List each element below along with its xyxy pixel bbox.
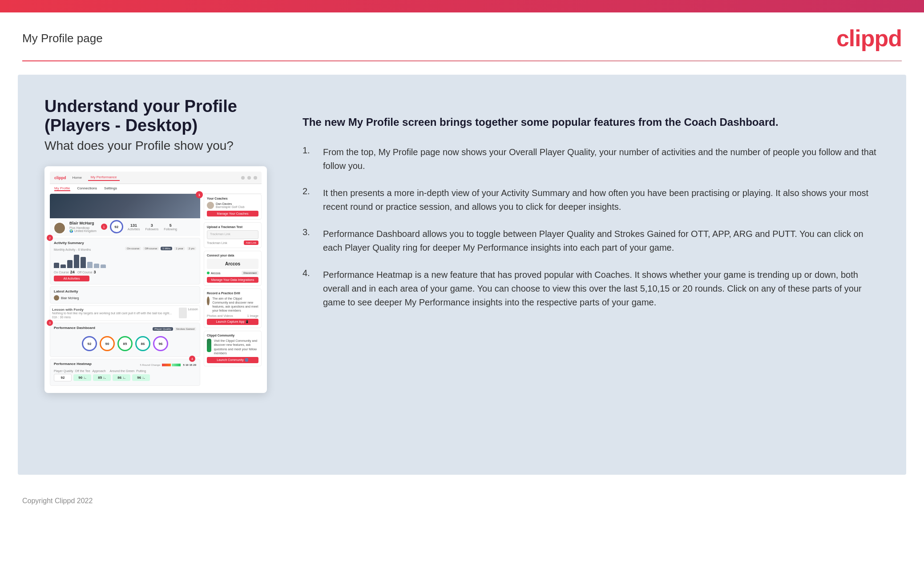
mock-handicap: Plus Handicap (69, 226, 97, 229)
feature-item-2: 2. It then presents a more in-depth view… (303, 186, 880, 214)
mock-lesson-row: Lesson with Fordy Nothing to feel like m… (50, 305, 200, 321)
footer: Copyright Clippd 2022 (0, 488, 924, 514)
mock-connect-title: Connect your data (207, 254, 258, 257)
mock-heatmap-putting: 96 ↓. (132, 374, 150, 381)
mock-search-icon (241, 176, 245, 180)
mock-coach-row: Dan Davies Barnstaple Golf Club (207, 202, 258, 209)
copyright: Copyright Clippd 2022 (22, 497, 93, 505)
feature-item-4: 4. Performance Heatmap is a new feature … (303, 268, 880, 309)
mock-nav-right (241, 176, 257, 180)
header: My Profile page clippd (0, 12, 924, 60)
mock-heatmap-gradient-neg (162, 364, 171, 366)
feature-item-3: 3. Performance Dashboard allows you to t… (303, 227, 880, 255)
mock-left-panel: 1 Blair McHarg Plus Handicap 🌍 United Ki… (50, 194, 200, 388)
mock-practice-avatar (207, 297, 210, 305)
mock-coach-club: Barnstaple Golf Club (216, 205, 245, 208)
mock-all-activities-btn: All Activities (54, 276, 89, 281)
mock-sub-nav: My Profile Connections Settings (50, 184, 262, 194)
mock-heatmap-around-green: 86 ↓. (113, 374, 130, 381)
mock-pill-strokes-gained: Strokes Gained (174, 327, 196, 331)
mock-connected-dot (207, 272, 210, 274)
mock-nav-performance: My Performance (88, 174, 120, 181)
mock-coaches-card: Your Coaches Dan Davies Barnstaple Golf … (204, 194, 262, 220)
mock-bar-3 (67, 260, 73, 268)
top-bar (0, 0, 924, 12)
mock-heatmap-off-tee: 90 ↓. (73, 374, 91, 381)
mock-heatmap-labels: Player Quality Off the Tee Approach Arou… (54, 369, 196, 373)
mock-ring-around-green: 86 (135, 336, 150, 351)
mock-activity-subtitle: Monthly Activity - 6 Months (54, 248, 91, 251)
mock-trackman-add-btn: Add Link (244, 240, 258, 245)
mock-user-icon (254, 176, 257, 180)
marker-3: 3 (47, 320, 53, 326)
mock-community-desc: Visit the Clippd Community and discover … (214, 339, 258, 355)
mock-trackman-link-label: Trackman Link (207, 241, 227, 244)
mock-coaches-title: Your Coaches (207, 197, 258, 200)
mock-latest-activity: Latest Activity Blair McHarg (50, 286, 200, 304)
intro-text: The new My Profile screen brings togethe… (303, 115, 880, 130)
mock-lesson-icon (179, 308, 187, 318)
mock-practice-desc: The aim of the Clippd Community and disc… (212, 297, 258, 313)
mock-manage-coaches-btn: Manage Your Coaches (207, 211, 258, 216)
main-heading: Understand your Profile (Players - Deskt… (44, 97, 276, 135)
mock-chart-controls: On-course Off-course 5 Mths 1 year 2 yrs (125, 247, 196, 250)
mock-bar-4 (74, 255, 79, 268)
mock-pill-player-quality: Player Quality (153, 327, 173, 331)
mock-practice-title: Record a Practice Drill (207, 292, 258, 295)
mock-bar-7 (94, 264, 99, 268)
mock-coach-avatar (207, 202, 214, 209)
mock-settings-icon (247, 176, 251, 180)
mock-coach-name: Dan Davies (216, 202, 245, 205)
mock-location: 🌍 United Kingdom (69, 229, 97, 233)
mock-trackman-card: Upload a Trackman Test Trackman Link Tra… (204, 222, 262, 248)
mock-browser-bar: clippd Home My Performance (50, 172, 262, 184)
mock-manage-integrations-btn: Manage Your Data Integrations (207, 277, 258, 283)
mock-trackman-title: Upload a Trackman Test (207, 225, 258, 228)
mock-community-title: Clippd Community (207, 334, 258, 337)
mock-avatar (53, 222, 66, 234)
mock-coach-info: Dan Davies Barnstaple Golf Club (216, 202, 245, 208)
mock-pill-off-course: Off-course (143, 247, 159, 250)
mock-perf-rings: 92 90 85 86 96 (54, 333, 196, 354)
mock-bar-1 (54, 263, 59, 268)
mock-sub-nav-settings: Settings (104, 186, 117, 191)
mock-ring-off-tee: 90 (100, 336, 115, 351)
mock-ring-putting: 96 (153, 336, 168, 351)
mock-pill-2yr: 2 yrs (187, 247, 196, 250)
feature-number-2: 2. (303, 186, 316, 214)
mock-connect-card: Connect your data Arccos Arccos Disconne… (204, 251, 262, 286)
mock-practice-meta: Photos and Videos 1 Image (207, 314, 258, 317)
mock-lesson-desc: Nothing to feel like my targets are work… (52, 312, 179, 315)
mock-latest-name: Blair McHarg (61, 297, 79, 300)
mock-logo: clippd (54, 176, 66, 180)
mock-nav-home: Home (70, 175, 85, 180)
mock-ring-approach: 85 (117, 336, 133, 351)
header-divider (22, 60, 902, 61)
mock-heatmap-overall: 92 (54, 374, 72, 381)
main-subheading: What does your Profile show you? (44, 139, 276, 153)
feature-number-1: 1. (303, 145, 316, 173)
mock-pill-on-course: On-course (125, 247, 141, 250)
feature-number-4: 4. (303, 268, 316, 309)
mock-sub-nav-connections: Connections (77, 186, 97, 191)
mock-activity-section: 2 Activity Summary Monthly Activity - 6 … (50, 238, 200, 284)
mock-heatmap-values: 92 90 ↓. 85 ↓. 86 ↓. 96 ↓. (54, 374, 196, 381)
marker-2: 2 (47, 235, 53, 241)
feature-text-1: From the top, My Profile page now shows … (323, 145, 880, 173)
mock-lesson-lesson-label: Lesson (188, 308, 198, 311)
main-content: Understand your Profile (Players - Deskt… (18, 75, 906, 475)
mock-activity-title: Activity Summary (54, 241, 196, 245)
mock-community-img (207, 339, 211, 352)
mock-pill-1yr: 1 year (174, 247, 185, 250)
mock-sub-nav-profile: My Profile (54, 186, 70, 191)
mock-bar-8 (101, 264, 106, 268)
mock-bar-5 (81, 257, 86, 268)
mock-lesson-meta: 01h : 30 mins (52, 316, 179, 319)
right-column: The new My Profile screen brings togethe… (303, 97, 880, 453)
mock-lesson-title: Lesson with Fordy (52, 308, 179, 312)
feature-list: 1. From the top, My Profile page now sho… (303, 145, 880, 309)
mock-heatmap-approach: 85 ↓. (93, 374, 111, 381)
mock-quality-ring: 92 (110, 220, 123, 233)
mock-bar-6 (87, 262, 93, 268)
mock-latest-row: Blair McHarg (54, 295, 196, 301)
